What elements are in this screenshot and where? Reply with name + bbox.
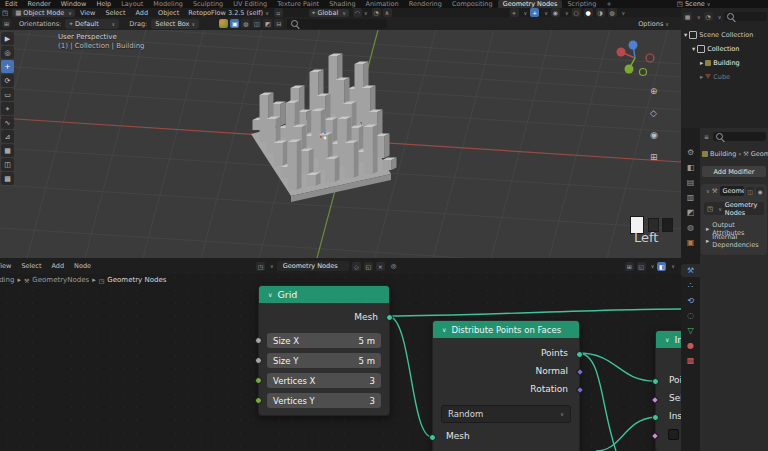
pin-icon[interactable]: ◎ (391, 262, 397, 270)
building-mesh[interactable] (251, 54, 397, 203)
backdrop-icon[interactable]: ◧ (657, 262, 666, 271)
retopoflow-menu[interactable]: RetopoFlow 3.2.5 (self) ∨ (188, 9, 269, 17)
zoom-icon[interactable]: ⊕ (650, 86, 658, 96)
shading-wireframe-icon[interactable]: ○ (572, 8, 581, 17)
snapping-icon[interactable]: ⊞ (625, 262, 634, 271)
gizmo-x-axis[interactable] (617, 48, 626, 57)
fake-user-shield-icon[interactable]: ◇ (352, 262, 361, 271)
overlay-icon[interactable]: ◱ (637, 262, 646, 271)
pan-hand-icon[interactable]: ◇ (650, 108, 657, 118)
socket-selection-input[interactable] (651, 396, 659, 404)
outliner-row-collection[interactable]: ▾ Collection (681, 42, 768, 55)
tab-texture-paint[interactable]: Texture Paint (272, 0, 324, 8)
menu-add[interactable]: Add (135, 9, 148, 17)
gizmo-y-axis[interactable] (625, 65, 634, 74)
outliner-search-input[interactable] (724, 12, 767, 21)
node-tree-name-field[interactable]: Geometry Nodes (277, 261, 349, 271)
tab-geometry-nodes[interactable]: Geometry Nodes (498, 0, 563, 8)
cursor-tool-button[interactable]: ◎ (1, 46, 14, 59)
tab-tool-icon[interactable]: ⚙ (681, 146, 700, 159)
breadcrumb-object[interactable]: Building (0, 276, 14, 284)
socket-points-output[interactable] (576, 351, 583, 358)
display-render-toggle-icon[interactable]: ◉ (756, 187, 764, 195)
breadcrumb-modifier[interactable]: GeometryNodes (32, 276, 89, 284)
menu-window[interactable]: Window (61, 0, 87, 8)
node-distribute-header[interactable]: ∨ Distribute Points on Faces (433, 321, 579, 338)
menu-help[interactable]: Help (96, 0, 111, 8)
uv-sync-icon[interactable]: ◍ (241, 19, 250, 28)
outliner-display-mode-icon[interactable]: ◔ (704, 12, 713, 21)
gizmo-x-neg[interactable] (646, 54, 654, 62)
menu-node[interactable]: Node (74, 262, 91, 270)
color-swatch-dark2[interactable] (662, 218, 673, 232)
input-size-x[interactable]: Size X5 m (267, 333, 381, 348)
active-mode-icon[interactable]: ▣ (230, 19, 239, 28)
expand-arrow-icon[interactable]: ▸ (700, 73, 703, 81)
shading-solid-icon[interactable]: ● (584, 8, 593, 17)
node-group-selector[interactable]: ◳ ∨ Geometry Nodes (704, 202, 764, 215)
drag-dropdown[interactable]: Select Box ∨ (151, 19, 199, 29)
orientation-dropdown[interactable]: ⌖ Default ∨ (65, 19, 119, 29)
input-size-y[interactable]: Size Y5 m (267, 353, 381, 368)
add-primitive-tool-button[interactable]: ▦ (1, 144, 14, 157)
navigation-gizmo[interactable] (612, 36, 658, 82)
perspective-toggle-icon[interactable]: ⊞ (650, 152, 658, 162)
socket-normal-output[interactable] (576, 368, 584, 376)
input-vertices-x[interactable]: Vertices X3 (267, 373, 381, 388)
shading-material-icon[interactable]: ◑ (596, 8, 605, 17)
tab-modeling[interactable]: Modeling (148, 0, 188, 8)
snap-icon[interactable]: ◠ (353, 8, 362, 17)
proportional-edit-icon[interactable]: ◔ (372, 8, 381, 17)
addon-extra-icon[interactable]: ▫ (274, 8, 283, 17)
menu-view[interactable]: View (0, 262, 11, 270)
move-tool-button[interactable]: + (1, 60, 14, 73)
tab-sculpting[interactable]: Sculpting (188, 0, 228, 8)
socket-mesh-input[interactable] (429, 434, 436, 441)
outliner-editor-icon[interactable]: ▦ (683, 12, 692, 21)
socket-pick-instance-input[interactable] (651, 432, 659, 440)
menu-render[interactable]: Render (28, 0, 51, 8)
socket-instances-input[interactable] (652, 414, 659, 421)
menu-add[interactable]: Add (52, 262, 65, 270)
tab-world-icon[interactable]: ◍ (681, 221, 700, 234)
gizmo-y-neg[interactable] (640, 69, 647, 76)
socket-size-x[interactable] (255, 337, 262, 344)
menu-object[interactable]: Object (158, 9, 179, 17)
tab-layout[interactable]: Layout (116, 0, 148, 8)
tab-animation[interactable]: Animation (361, 0, 404, 8)
node-grid[interactable]: ∨ Grid Mesh Size X5 m Size Y5 m Vertices… (258, 285, 390, 416)
tab-scripting[interactable]: Scripting (562, 0, 601, 8)
tab-constraints-icon[interactable]: ◌ (681, 309, 700, 322)
socket-rotation-output[interactable] (576, 386, 584, 394)
properties-search-input[interactable] (713, 132, 766, 141)
node-grid-header[interactable]: ∨ Grid (259, 286, 389, 303)
tab-render-icon[interactable]: ◧ (681, 161, 700, 174)
material-ball-icon[interactable]: ● (219, 19, 228, 28)
breadcrumb-node-tree[interactable]: Geometry Nodes (107, 276, 166, 284)
fill-tool-button[interactable]: ▩ (1, 172, 14, 185)
transform-tool-button[interactable]: ⌖ (1, 102, 14, 115)
socket-vertices-y[interactable] (255, 397, 262, 404)
paint-mask-icon[interactable]: ◫ (252, 19, 261, 28)
tab-physics-icon[interactable]: ⟲ (681, 294, 700, 307)
tab-view-layer-icon[interactable]: ▥ (681, 191, 700, 204)
tab-object-data-icon[interactable]: ▽ (681, 324, 700, 337)
tool-icon[interactable]: ⊞ (2, 19, 11, 28)
unlink-icon[interactable]: × (376, 262, 385, 271)
camera-view-icon[interactable]: ◉ (650, 130, 658, 140)
search-input[interactable] (287, 19, 387, 29)
transform-orientation[interactable]: ⌖ Global ∨ (309, 9, 349, 17)
breadcrumb-modifier[interactable]: Geometr (751, 150, 768, 158)
distribute-method-dropdown[interactable]: Random ∨ (441, 405, 571, 423)
3d-viewport[interactable]: User Perspective (1) | Collection | Buil… (0, 30, 681, 258)
pick-instance-checkbox[interactable] (668, 429, 679, 440)
stencil-icon[interactable]: ⊟ (274, 19, 283, 28)
mode-selector[interactable]: ▦ Object Mode ∨ (12, 9, 75, 17)
annotate-tool-button[interactable]: ∿ (1, 116, 14, 129)
options-menu[interactable]: Options ∨ (638, 20, 669, 28)
outliner-row-scene-collection[interactable]: ▾ Scene Collection (681, 28, 768, 41)
shading-rendered-icon[interactable]: ◍ (608, 8, 617, 17)
input-vertices-y[interactable]: Vertices Y3 (267, 393, 381, 408)
rotate-tool-button[interactable]: ⟳ (1, 74, 14, 87)
tab-object-icon[interactable]: ▣ (681, 236, 700, 249)
